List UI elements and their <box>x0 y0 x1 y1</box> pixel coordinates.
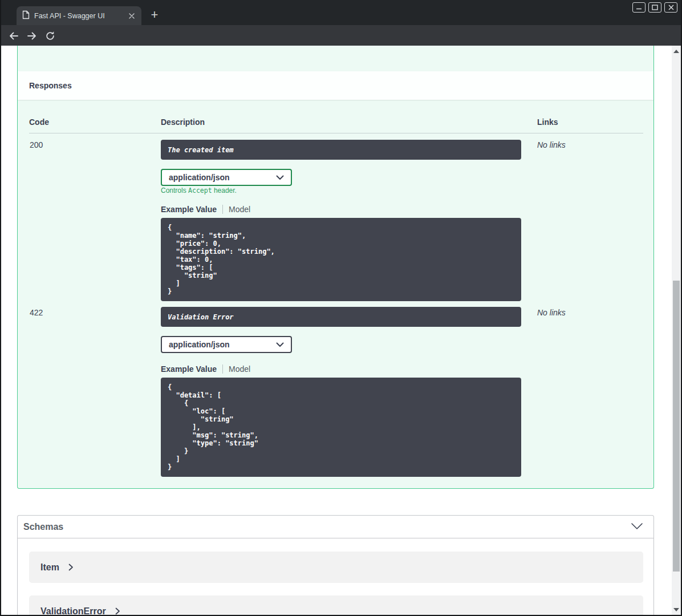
tab-separator <box>222 364 223 374</box>
browser-toolbar: 127.0.0.1:8000/docs <box>0 25 682 46</box>
table-header-divider <box>29 133 643 133</box>
page-scrollbar[interactable] <box>672 46 681 616</box>
response-code-200: 200 <box>30 140 43 149</box>
scrollbar-down-arrow[interactable] <box>673 608 679 611</box>
tab-separator <box>222 205 223 214</box>
scrollbar-thumb[interactable] <box>673 281 680 572</box>
responses-section-header: Responses <box>18 71 653 100</box>
column-header-description: Description <box>161 117 205 127</box>
page-content: Responses Code Description Links 200 No … <box>0 46 682 616</box>
window-close-button[interactable] <box>664 2 677 13</box>
example-code-422: { "detail": [ { "loc": [ "string" ], "ms… <box>161 378 521 477</box>
browser-tab[interactable]: Fast API - Swagger UI <box>17 6 141 25</box>
example-model-tabs-422: Example Value Model <box>161 364 250 374</box>
page-favicon-icon <box>22 10 30 22</box>
titlebar: Fast API - Swagger UI + <box>0 0 682 25</box>
schema-validationerror[interactable]: ValidationError <box>29 595 643 616</box>
window-border <box>0 0 1 616</box>
tab-model[interactable]: Model <box>229 364 250 374</box>
response-description-200: The created item <box>161 140 521 160</box>
schemas-collapse-chevron-icon[interactable] <box>631 522 643 532</box>
schemas-title: Schemas <box>23 522 63 532</box>
tab-example-value[interactable]: Example Value <box>161 205 217 214</box>
schemas-header[interactable]: Schemas <box>18 516 653 538</box>
forward-button[interactable] <box>26 30 38 42</box>
responses-opblock: Responses Code Description Links 200 No … <box>17 46 654 489</box>
schemas-section: Schemas Item ValidationError <box>17 515 654 616</box>
example-code-200: { "name": "string", "price": 0, "descrip… <box>161 218 521 301</box>
media-type-select-200[interactable]: application/json <box>161 169 292 186</box>
tab-close-icon[interactable] <box>127 11 137 21</box>
accept-header-note: Controls Accept header. <box>161 187 237 194</box>
chevron-right-icon <box>68 564 74 571</box>
response-links-200: No links <box>537 140 566 149</box>
window-maximize-button[interactable] <box>648 2 661 13</box>
tab-title: Fast API - Swagger UI <box>34 12 127 20</box>
response-code-422: 422 <box>30 308 43 317</box>
chevron-down-icon <box>276 339 284 350</box>
media-type-select-422[interactable]: application/json <box>161 336 292 353</box>
example-model-tabs-200: Example Value Model <box>161 204 250 214</box>
new-tab-button[interactable]: + <box>147 8 162 23</box>
response-links-422: No links <box>537 308 566 317</box>
scrollbar-up-arrow[interactable] <box>673 50 679 53</box>
back-button[interactable] <box>8 30 19 42</box>
response-description-422: Validation Error <box>161 307 521 327</box>
tab-model[interactable]: Model <box>229 205 250 214</box>
reload-button[interactable] <box>44 30 56 42</box>
chevron-right-icon <box>115 607 120 615</box>
chevron-down-icon <box>276 172 284 183</box>
column-header-links: Links <box>537 117 558 127</box>
window-minimize-button[interactable] <box>632 2 646 13</box>
browser-window: Fast API - Swagger UI + <box>0 0 682 616</box>
tab-example-value[interactable]: Example Value <box>161 364 217 374</box>
column-header-code: Code <box>29 117 49 127</box>
schema-item[interactable]: Item <box>29 552 643 583</box>
